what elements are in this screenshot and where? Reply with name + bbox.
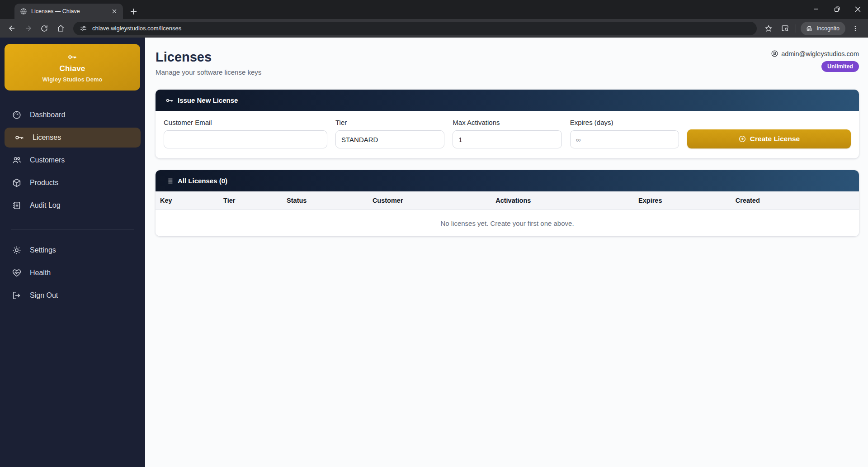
user-info: admin@wigleystudios.com Unlimited (771, 50, 859, 72)
sidebar-item-licenses[interactable]: Licenses (5, 128, 141, 148)
column-header-status: Status (282, 191, 368, 210)
sidebar-item-label: Settings (30, 246, 56, 254)
user-avatar-icon (771, 50, 778, 57)
cube-icon (12, 178, 22, 188)
empty-state-message: No licenses yet. Create your first one a… (156, 210, 859, 236)
people-icon (12, 155, 22, 165)
sidebar-divider (11, 229, 134, 229)
site-controls-icon[interactable] (80, 24, 87, 32)
key-icon (165, 96, 174, 105)
toolbar-divider (796, 24, 796, 33)
licenses-table-header: Key Tier Status Customer Activations Exp… (156, 191, 859, 210)
column-header-customer: Customer (368, 191, 491, 210)
key-icon (14, 133, 24, 143)
plan-badge: Unlimited (821, 61, 859, 72)
panel-title: Issue New License (178, 96, 238, 104)
expires-days-field[interactable] (570, 130, 679, 148)
sidebar-item-sign-out[interactable]: Sign Out (5, 286, 141, 305)
browser-tab[interactable]: Licenses — Chiave (14, 4, 123, 19)
tier-select[interactable] (335, 130, 444, 148)
back-button[interactable] (4, 21, 19, 36)
column-header-created: Created (731, 191, 859, 210)
page-title: Licenses (156, 50, 261, 65)
sidebar-item-settings[interactable]: Settings (5, 240, 141, 260)
window-controls (806, 0, 868, 18)
sidebar-item-label: Dashboard (30, 111, 65, 119)
brand-card: Chiave Wigley Studios Demo (5, 44, 140, 91)
dashboard-gauge-icon (12, 110, 22, 120)
heart-pulse-icon (12, 268, 22, 278)
gear-icon (12, 245, 22, 255)
issue-license-form: Customer Email Tier Max Activations Expi… (156, 111, 859, 158)
sidebar: Chiave Wigley Studios Demo Dashboard Lic (0, 38, 145, 467)
incognito-icon (805, 24, 813, 33)
customer-email-label: Customer Email (164, 119, 327, 126)
brand-name: Chiave (60, 64, 85, 73)
sidebar-nav-secondary: Settings Health Sign Out (0, 238, 145, 311)
address-bar[interactable]: chiave.wigleystudios.com/licenses (73, 22, 757, 35)
column-header-key: Key (156, 191, 219, 210)
sidebar-item-products[interactable]: Products (5, 173, 141, 193)
tier-label: Tier (335, 119, 444, 126)
incognito-badge: Incognito (801, 22, 845, 35)
sidebar-item-health[interactable]: Health (5, 263, 141, 283)
forward-button[interactable] (20, 21, 36, 36)
customer-email-field[interactable] (164, 130, 327, 148)
minimize-button[interactable] (806, 0, 826, 18)
sidebar-item-audit-log[interactable]: Audit Log (5, 195, 141, 215)
browser-menu-icon[interactable] (848, 21, 863, 36)
bookmark-star-icon[interactable] (761, 21, 776, 36)
reload-button[interactable] (37, 21, 52, 36)
main-content: Licenses Manage your software license ke… (145, 38, 868, 467)
sidebar-item-label: Licenses (33, 133, 61, 142)
search-tabs-icon[interactable] (778, 21, 792, 36)
sidebar-item-customers[interactable]: Customers (5, 150, 141, 170)
panel-title: All Licenses (0) (178, 177, 227, 185)
max-activations-label: Max Activations (453, 119, 561, 126)
issue-license-panel: Issue New License Customer Email Tier Ma… (156, 90, 859, 158)
user-email: admin@wigleystudios.com (781, 50, 859, 57)
brand-subtitle: Wigley Studios Demo (42, 76, 103, 83)
close-window-button[interactable] (847, 0, 868, 18)
log-document-icon (12, 200, 22, 210)
create-license-label: Create License (750, 135, 800, 143)
browser-tab-strip: Licenses — Chiave (0, 0, 868, 19)
column-header-tier: Tier (219, 191, 282, 210)
tab-title: Licenses — Chiave (31, 8, 110, 14)
tab-close-icon[interactable] (110, 7, 118, 15)
sidebar-item-label: Sign Out (30, 291, 58, 300)
list-icon (165, 177, 174, 185)
restore-button[interactable] (826, 0, 847, 18)
new-tab-button[interactable] (127, 5, 140, 18)
sign-out-icon (12, 291, 22, 300)
max-activations-field[interactable] (453, 130, 561, 148)
page-subtitle: Manage your software license keys (156, 68, 261, 76)
sidebar-item-dashboard[interactable]: Dashboard (5, 105, 141, 125)
sidebar-nav: Dashboard Licenses Customers (0, 102, 145, 221)
sidebar-item-label: Products (30, 179, 58, 187)
globe-favicon-icon (20, 8, 27, 15)
column-header-expires: Expires (634, 191, 731, 210)
home-button[interactable] (53, 21, 68, 36)
sidebar-item-label: Health (30, 269, 51, 277)
all-licenses-panel: All Licenses (0) Key Tier Status Custome… (156, 170, 859, 236)
create-license-button[interactable]: Create License (687, 129, 851, 148)
plus-circle-icon (738, 135, 746, 143)
issue-license-panel-header: Issue New License (156, 90, 859, 111)
url-text: chiave.wigleystudios.com/licenses (92, 25, 181, 32)
incognito-label: Incognito (816, 25, 840, 32)
sidebar-item-label: Audit Log (30, 201, 61, 210)
all-licenses-panel-header: All Licenses (0) (156, 170, 859, 191)
expires-days-label: Expires (days) (570, 119, 679, 126)
key-icon (67, 52, 77, 62)
column-header-activations: Activations (491, 191, 634, 210)
sidebar-item-label: Customers (30, 156, 65, 164)
browser-toolbar: chiave.wigleystudios.com/licenses Incogn… (0, 19, 868, 38)
